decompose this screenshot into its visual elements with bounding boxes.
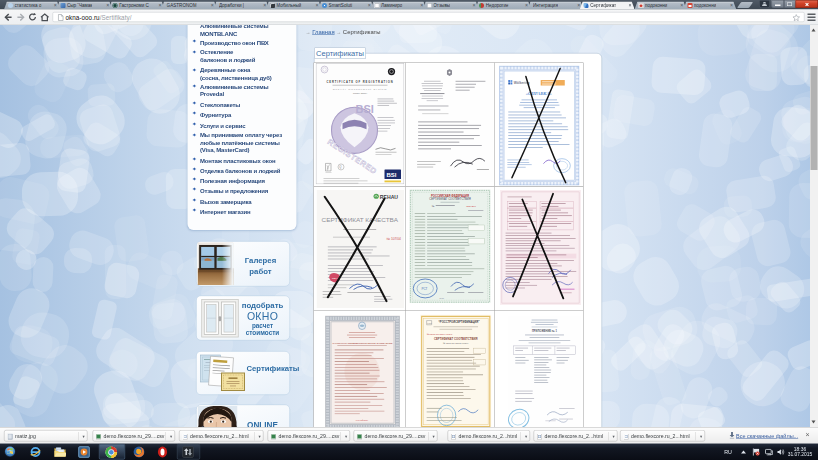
- svg-text:REHAU: REHAU: [380, 194, 399, 200]
- svg-text:№: №: [432, 205, 435, 208]
- svg-text:РОССИЙСКАЯ ФЕДЕРАЦИЯ: РОССИЙСКАЯ ФЕДЕРАЦИЯ: [431, 194, 469, 198]
- svg-text:“РОССТРОЙСЕРТИФИКАЦИЯ”: “РОССТРОЙСЕРТИФИКАЦИЯ”: [439, 320, 481, 324]
- svg-text:СЕРТИФИКАТ СООТВЕТСТВИЯ: СЕРТИФИКАТ СООТВЕТСТВИЯ: [429, 197, 471, 201]
- svg-text:0554209: 0554209: [466, 205, 476, 208]
- svg-text:№ РОСС RU.СЛ61.Н00249: № РОСС RU.СЛ61.Н00249: [427, 333, 454, 335]
- svg-text:ПРИЛОЖЕНИЕ № 1: ПРИЛОЖЕНИЕ № 1: [532, 329, 558, 333]
- svg-text:СЕРТИФИКАТ КАЧЕСТВА: СЕРТИФИКАТ КАЧЕСТВА: [322, 216, 399, 223]
- svg-text:РСС: РСС: [427, 322, 432, 324]
- svg-text:САНИТАРНО-ЭПИДЕМИОЛОГИЧЕСКОЕ З: САНИТАРНО-ЭПИДЕМИОЛОГИЧЕСКОЕ ЗАКЛЮЧЕНИЕ: [333, 342, 393, 344]
- svg-text:Quality Management System: Quality Management System: [333, 88, 388, 91]
- svg-text:BSI: BSI: [356, 103, 374, 115]
- svg-text:№ СЛ61.RU.ОС02.Н00249: № СЛ61.RU.ОС02.Н00249: [443, 342, 469, 344]
- svg-text:РСТ: РСТ: [421, 287, 427, 291]
- svg-text:М.П.: М.П.: [440, 297, 445, 299]
- svg-text:BSI: BSI: [387, 172, 397, 178]
- svg-text:СЕРТИФИКАТ СООТВЕТСТВИЯ: СЕРТИФИКАТ СООТВЕТСТВИЯ: [434, 337, 478, 341]
- svg-text:сертификат: сертификат: [356, 419, 369, 422]
- svg-text:№ 107/04: № 107/04: [387, 237, 402, 241]
- svg-text:proRex GmbH: proRex GmbH: [353, 92, 367, 94]
- svg-text:CERTIFICATE OF REGISTRATION: CERTIFICATE OF REGISTRATION: [326, 80, 393, 84]
